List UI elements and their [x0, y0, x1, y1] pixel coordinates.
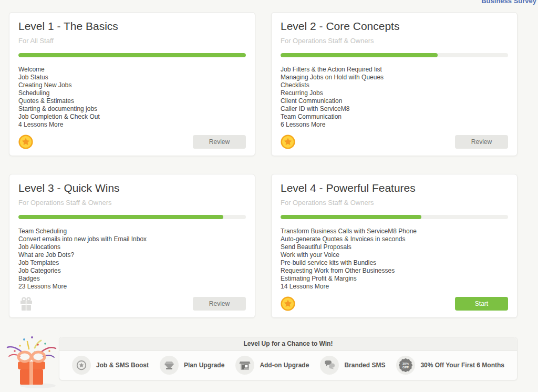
lesson-item: Managing Jobs on Hold with Queues — [281, 74, 508, 81]
lesson-item: Job Templates — [18, 259, 246, 267]
discount-badge-icon: 30% OFF — [396, 356, 415, 375]
lesson-item: Estimating Profit & Margins — [281, 275, 508, 283]
lesson-list: Job Filters & the Action Required list M… — [281, 66, 508, 129]
lesson-item: Client Communication — [281, 97, 508, 105]
prize-plan-upgrade: Plan Upgrade — [160, 356, 224, 375]
lesson-item: Pre-build service kits with Bundles — [281, 259, 508, 267]
lesson-item: 6 Lessons More — [281, 121, 508, 129]
storefront-icon — [235, 356, 254, 375]
lesson-item: What are Job Dots? — [18, 251, 246, 259]
card-footer: Review — [18, 296, 246, 311]
card-title: Level 1 - The Basics — [18, 19, 246, 33]
review-button[interactable]: Review — [193, 297, 246, 311]
prize-addon-upgrade: Add-on Upgrade — [235, 356, 309, 375]
discount-badge-line2: OFF — [402, 366, 409, 369]
card-title: Level 3 - Quick Wins — [18, 181, 246, 195]
prize-label: 30% Off Your First 6 Months — [420, 362, 504, 369]
business-survey-link[interactable]: Business Survey — [481, 0, 536, 5]
prize-label: Add-on Upgrade — [260, 362, 309, 369]
card-subtitle: For Operations Staff & Owners — [281, 36, 508, 45]
level-card-4: Level 4 - Powerful Features For Operatio… — [271, 174, 518, 318]
lesson-item: Send Beautiful Proposals — [281, 243, 508, 251]
progress-bar — [281, 215, 508, 219]
lesson-item: Welcome — [18, 66, 246, 74]
lesson-item: 4 Lessons More — [18, 121, 246, 129]
lesson-item: Requesting Work from Other Businesses — [281, 267, 508, 275]
gold-medal-icon — [281, 135, 295, 149]
card-subtitle: For Operations Staff & Owners — [18, 198, 246, 207]
level-cards-grid: Level 1 - The Basics For All Staff Welco… — [9, 12, 518, 318]
progress-bar-fill — [281, 53, 438, 57]
lesson-item: Job Completion & Check Out — [18, 113, 246, 121]
card-title: Level 2 - Core Concepts — [281, 19, 508, 33]
lesson-item: Badges — [18, 275, 246, 283]
progress-bar-fill — [18, 53, 246, 57]
lesson-item: Transform Business Calls with ServiceM8 … — [281, 228, 508, 235]
lesson-list: Team Scheduling Convert emails into new … — [18, 228, 246, 291]
lesson-item: Auto-generate Quotes & Invoices in secon… — [281, 235, 508, 243]
card-subtitle: For All Staff — [18, 36, 246, 45]
progress-bar-fill — [281, 215, 421, 219]
level-card-2: Level 2 - Core Concepts For Operations S… — [271, 12, 518, 156]
lesson-item: Recurring Jobs — [281, 89, 508, 97]
prize-branded-sms: Branded SMS — [320, 356, 385, 375]
card-footer: Start — [281, 296, 508, 311]
lesson-item: Work with your Voice — [281, 251, 508, 259]
review-button[interactable]: Review — [193, 135, 246, 149]
level-card-3: Level 3 - Quick Wins For Operations Staf… — [9, 174, 255, 318]
lesson-item: Job Allocations — [18, 243, 246, 251]
lesson-item: Caller ID with ServiceM8 — [281, 105, 508, 113]
progress-bar — [281, 53, 508, 57]
prize-job-sms-boost: Job & SMS Boost — [72, 356, 149, 375]
promo-banner-title: Level Up for a Chance to Win! — [59, 337, 517, 351]
prize-label: Branded SMS — [344, 362, 385, 369]
gift-icon — [18, 296, 34, 312]
lesson-item: Checklists — [281, 81, 508, 89]
training-dashboard: { "header": { "survey_link": "Business S… — [0, 0, 538, 392]
lesson-item: 14 Lessons More — [281, 283, 508, 291]
gift-confetti-illustration — [4, 333, 59, 392]
card-footer: Review — [281, 135, 508, 149]
lesson-item: Scheduling — [18, 89, 246, 97]
lesson-item: 23 Lessons More — [18, 283, 246, 291]
review-button[interactable]: Review — [455, 135, 508, 149]
card-footer: Review — [18, 135, 246, 149]
progress-bar — [18, 53, 246, 57]
lesson-item: Creating New Jobs — [18, 81, 246, 89]
progress-bar-fill — [18, 215, 223, 219]
start-button[interactable]: Start — [455, 297, 508, 311]
level-card-1: Level 1 - The Basics For All Staff Welco… — [9, 12, 255, 156]
card-subtitle: For Operations Staff & Owners — [281, 198, 508, 207]
gold-medal-icon — [18, 135, 33, 149]
promo-banner: Level Up for a Chance to Win! Job & SMS … — [59, 337, 518, 380]
prize-label: Job & SMS Boost — [96, 362, 149, 369]
card-title: Level 4 - Powerful Features — [281, 181, 508, 195]
gem-icon — [160, 356, 179, 375]
discount-badge-line1: 30% — [402, 362, 409, 365]
lesson-list: Transform Business Calls with ServiceM8 … — [281, 228, 508, 291]
lesson-list: Welcome Job Status Creating New Jobs Sch… — [18, 66, 246, 129]
medal-icon — [72, 356, 91, 375]
prize-discount: 30% OFF 30% Off Your First 6 Months — [396, 356, 504, 375]
prize-label: Plan Upgrade — [184, 362, 224, 369]
lesson-item: Job Categories — [18, 267, 246, 275]
chat-bubbles-icon — [320, 356, 339, 375]
lesson-item: Job Filters & the Action Required list — [281, 66, 508, 74]
progress-bar — [18, 215, 246, 219]
lesson-item: Team Communication — [281, 113, 508, 121]
lesson-item: Team Scheduling — [18, 228, 246, 235]
prize-list: Job & SMS Boost Plan Upgrade — [59, 351, 517, 380]
lesson-item: Job Status — [18, 74, 246, 81]
lesson-item: Convert emails into new jobs with Email … — [18, 235, 246, 243]
gold-medal-icon — [281, 296, 295, 311]
lesson-item: Quotes & Estimates — [18, 97, 246, 105]
lesson-item: Starting & documenting jobs — [18, 105, 246, 113]
